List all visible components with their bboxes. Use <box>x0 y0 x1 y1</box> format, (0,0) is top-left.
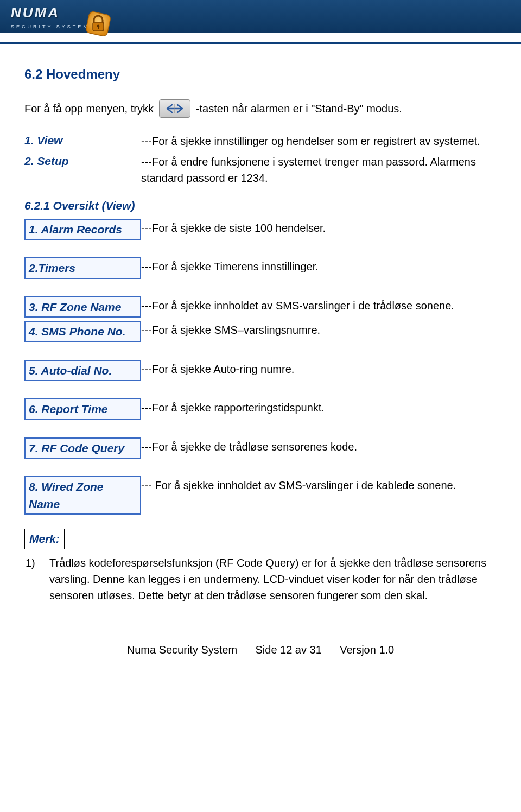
brand-name: NUMA <box>11 2 90 23</box>
view-row: 5. Auto-dial No. ---For å sjekke Auto-ri… <box>24 360 497 382</box>
menu-row: 1. View ---For å sjekke innstillinger og… <box>24 132 497 149</box>
intro-line: For å få opp menyen, trykk -tasten når a… <box>24 99 497 118</box>
view-desc: ---For å sjekke de siste 100 hendelser. <box>141 219 497 236</box>
view-desc: ---For å sjekke SMS–varslingsnumre. <box>141 321 497 338</box>
menu-label: 2. Setup <box>24 153 141 170</box>
view-row: 6. Report Time ---For å sjekke rapporter… <box>24 398 497 420</box>
note-item: 1) Trådløs kodeforespørselsfunksjon (RF … <box>24 555 497 604</box>
page-content: 6.2 Hovedmeny For å få opp menyen, trykk… <box>0 44 521 674</box>
note-label: Merk: <box>24 529 65 549</box>
view-desc: ---For å sjekke innholdet av SMS-varslin… <box>141 296 497 314</box>
view-label-box: 2.Timers <box>24 257 141 279</box>
view-label-box: 6. Report Time <box>24 398 141 420</box>
note-number: 1) <box>26 555 36 604</box>
brand-subtitle: SECURITY SYSTEM <box>11 23 90 31</box>
view-desc: ---For å sjekke rapporteringstidspunkt. <box>141 398 497 416</box>
view-label-box: 4. SMS Phone No. <box>24 321 141 342</box>
view-row: 3. RF Zone Name ---For å sjekke innholde… <box>24 296 497 318</box>
view-row: 1. Alarm Records ---For å sjekke de sist… <box>24 219 497 240</box>
view-desc: ---For å sjekke Auto-ring numre. <box>141 360 497 377</box>
menu-desc: ---For å sjekke innstillinger og hendels… <box>141 132 497 149</box>
view-desc: --- For å sjekke innholdet av SMS-varsli… <box>141 476 497 493</box>
svg-rect-3 <box>98 27 99 29</box>
subsection-heading: 6.2.1 Oversikt (View) <box>24 197 497 214</box>
intro-post-text: -tasten når alarmen er i "Stand-By" modu… <box>196 100 402 117</box>
footer-version: Versjon 1.0 <box>340 644 394 656</box>
view-label-box: 8. Wired Zone Name <box>24 476 141 515</box>
note-text: Trådløs kodeforespørselsfunksjon (RF Cod… <box>49 555 497 604</box>
footer-doc-name: Numa Security System <box>127 644 237 656</box>
view-row: 7. RF Code Query ---For å sjekke de tråd… <box>24 437 497 459</box>
intro-pre-text: For å få opp menyen, trykk <box>24 100 154 117</box>
view-label-box: 7. RF Code Query <box>24 437 141 459</box>
brand-block: NUMA SECURITY SYSTEM <box>11 2 90 31</box>
view-row: 4. SMS Phone No. ---For å sjekke SMS–var… <box>24 321 497 342</box>
view-label-box: 3. RF Zone Name <box>24 296 141 318</box>
view-label-box: 5. Auto-dial No. <box>24 360 141 382</box>
view-row: 2.Timers ---For å sjekke Timerens innsti… <box>24 257 497 279</box>
section-heading: 6.2 Hovedmeny <box>24 65 497 84</box>
menu-row: 2. Setup ---For å endre funksjonene i sy… <box>24 153 497 186</box>
arrow-key-icon <box>159 99 190 118</box>
view-label-box: 1. Alarm Records <box>24 219 141 240</box>
view-row: 8. Wired Zone Name --- For å sjekke innh… <box>24 476 497 515</box>
page-footer: Numa Security System Side 12 av 31 Versj… <box>24 642 497 658</box>
lock-badge-icon <box>84 10 112 38</box>
view-desc: ---For å sjekke Timerens innstillinger. <box>141 257 497 275</box>
view-desc: ---For å sjekke de trådløse sensorenes k… <box>141 437 497 455</box>
footer-page-number: Side 12 av 31 <box>255 644 321 656</box>
menu-label: 1. View <box>24 132 141 149</box>
menu-desc: ---For å endre funksjonene i systemet tr… <box>141 153 497 186</box>
header-bar: NUMA SECURITY SYSTEM <box>0 0 521 33</box>
